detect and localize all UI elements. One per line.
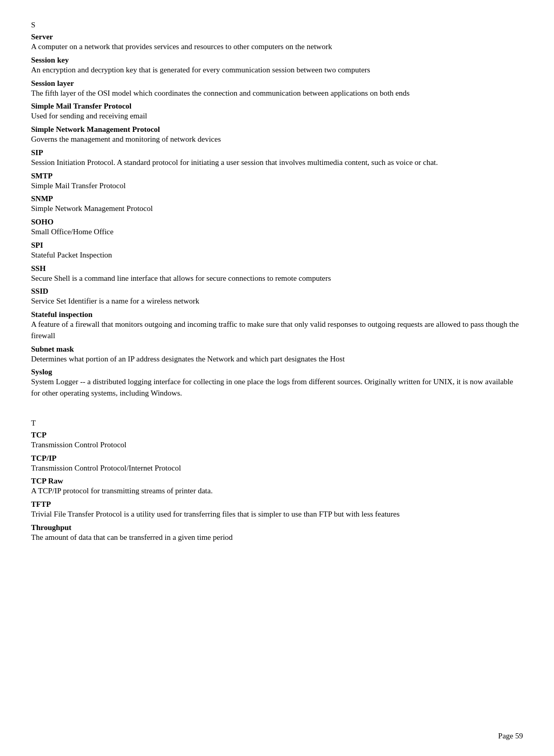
def-snmp-full: Governs the management and monitoring of… (31, 134, 523, 145)
term-tcp: TCP (31, 431, 523, 440)
term-session-layer: Session layer (31, 79, 523, 88)
term-snmp: SNMP (31, 194, 523, 203)
t-letter: T (31, 419, 523, 428)
entry-tcp: TCP Transmission Control Protocol (31, 431, 523, 451)
def-server: A computer on a network that provides se… (31, 41, 523, 53)
entry-snmp: SNMP Simple Network Management Protocol (31, 194, 523, 215)
term-syslog: Syslog (31, 368, 523, 376)
def-stateful-inspection: A feature of a firewall that monitors ou… (31, 319, 523, 342)
entry-soho: SOHO Small Office/Home Office (31, 218, 523, 238)
term-ssh: SSH (31, 264, 523, 273)
term-snmp-full: Simple Network Management Protocol (31, 125, 523, 134)
entry-spi: SPI Stateful Packet Inspection (31, 241, 523, 261)
def-subnet-mask: Determines what portion of an IP address… (31, 354, 523, 365)
def-soho: Small Office/Home Office (31, 226, 523, 238)
def-session-key: An encryption and decryption key that is… (31, 65, 523, 76)
term-throughput: Throughput (31, 523, 523, 532)
def-tcp-raw: A TCP/IP protocol for transmitting strea… (31, 486, 523, 497)
entry-session-layer: Session layer The fifth layer of the OSI… (31, 79, 523, 99)
def-tcp: Transmission Control Protocol (31, 440, 523, 451)
entry-smtp: SMTP Simple Mail Transfer Protocol (31, 172, 523, 192)
entry-server: Server A computer on a network that prov… (31, 33, 523, 53)
entry-syslog: Syslog System Logger -- a distributed lo… (31, 368, 523, 399)
term-tcpip: TCP/IP (31, 454, 523, 463)
def-smtp-full: Used for sending and receiving email (31, 111, 523, 122)
entry-ssid: SSID Service Set Identifier is a name fo… (31, 287, 523, 307)
def-session-layer: The fifth layer of the OSI model which c… (31, 88, 523, 99)
entry-tftp: TFTP Trivial File Transfer Protocol is a… (31, 500, 523, 520)
term-tcp-raw: TCP Raw (31, 477, 523, 486)
term-server: Server (31, 33, 523, 41)
section-spacer (31, 401, 523, 409)
entry-sip: SIP Session Initiation Protocol. A stand… (31, 148, 523, 169)
def-syslog: System Logger -- a distributed logging i… (31, 376, 523, 399)
term-ssid: SSID (31, 287, 523, 296)
s-section: S Server A computer on a network that pr… (31, 21, 523, 399)
def-smtp: Simple Mail Transfer Protocol (31, 180, 523, 192)
entry-throughput: Throughput The amount of data that can b… (31, 523, 523, 543)
page-number: Page 59 (498, 732, 523, 740)
entry-snmp-full: Simple Network Management Protocol Gover… (31, 125, 523, 145)
entry-stateful-inspection: Stateful inspection A feature of a firew… (31, 310, 523, 342)
term-soho: SOHO (31, 218, 523, 226)
entry-subnet-mask: Subnet mask Determines what portion of a… (31, 345, 523, 365)
term-stateful-inspection: Stateful inspection (31, 310, 523, 319)
s-letter: S (31, 21, 523, 29)
term-smtp-full: Simple Mail Transfer Protocol (31, 102, 523, 111)
def-throughput: The amount of data that can be transferr… (31, 532, 523, 543)
term-tftp: TFTP (31, 500, 523, 509)
term-spi: SPI (31, 241, 523, 250)
def-sip: Session Initiation Protocol. A standard … (31, 157, 523, 169)
entry-smtp-full: Simple Mail Transfer Protocol Used for s… (31, 102, 523, 122)
term-smtp: SMTP (31, 172, 523, 180)
entry-tcp-raw: TCP Raw A TCP/IP protocol for transmitti… (31, 477, 523, 497)
def-tftp: Trivial File Transfer Protocol is a util… (31, 509, 523, 520)
term-sip: SIP (31, 148, 523, 157)
def-tcpip: Transmission Control Protocol/Internet P… (31, 463, 523, 474)
def-ssid: Service Set Identifier is a name for a w… (31, 296, 523, 307)
def-ssh: Secure Shell is a command line interface… (31, 273, 523, 284)
entry-session-key: Session key An encryption and decryption… (31, 56, 523, 76)
term-session-key: Session key (31, 56, 523, 65)
term-subnet-mask: Subnet mask (31, 345, 523, 354)
def-spi: Stateful Packet Inspection (31, 250, 523, 261)
def-snmp: Simple Network Management Protocol (31, 203, 523, 215)
entry-ssh: SSH Secure Shell is a command line inter… (31, 264, 523, 284)
t-section: T TCP Transmission Control Protocol TCP/… (31, 419, 523, 543)
entry-tcpip: TCP/IP Transmission Control Protocol/Int… (31, 454, 523, 474)
